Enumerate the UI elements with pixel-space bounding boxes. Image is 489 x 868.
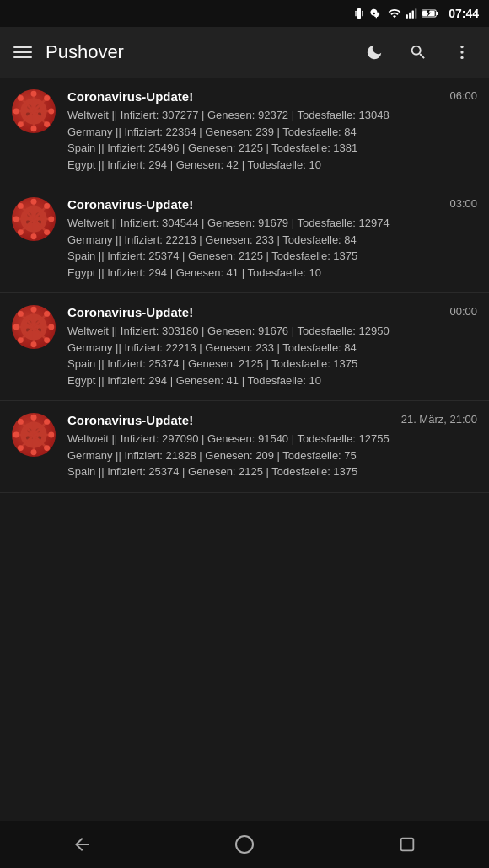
notification-title: Coronavirus-Update!: [67, 305, 193, 319]
svg-point-86: [31, 415, 37, 421]
app-title: Pushover: [46, 41, 347, 63]
svg-point-44: [31, 233, 37, 239]
svg-point-34: [44, 121, 50, 127]
notification-time: 21. März, 21:00: [401, 413, 477, 426]
notification-app-icon: [12, 305, 56, 349]
notification-app-icon: [12, 413, 56, 457]
search-button[interactable]: [405, 39, 432, 66]
svg-point-68: [13, 324, 19, 330]
notification-body: Weltweit || Infiziert: 304544 | Genesen:…: [67, 215, 477, 281]
moon-icon: [365, 43, 384, 62]
notification-body: Weltweit || Infiziert: 297090 | Genesen:…: [67, 431, 477, 480]
svg-rect-0: [357, 8, 361, 19]
virus-icon: [12, 413, 56, 457]
svg-point-32: [18, 121, 24, 127]
key-icon: [370, 7, 384, 20]
svg-point-64: [31, 307, 37, 313]
svg-rect-102: [401, 839, 414, 851]
notification-time: 00:00: [449, 305, 477, 318]
svg-point-12: [460, 56, 463, 59]
notification-item[interactable]: Coronavirus-Update!00:00Weltweit || Infi…: [0, 293, 489, 401]
svg-point-70: [48, 324, 54, 330]
more-options-icon: [453, 43, 471, 62]
virus-icon: [12, 305, 56, 349]
svg-point-30: [44, 95, 50, 101]
svg-rect-1: [356, 11, 357, 17]
signal-icon: [406, 7, 417, 20]
svg-point-74: [44, 311, 50, 317]
svg-rect-3: [406, 14, 408, 19]
wifi-icon: [388, 7, 401, 20]
svg-point-24: [13, 109, 19, 115]
night-mode-button[interactable]: [361, 39, 388, 66]
svg-point-28: [18, 95, 24, 101]
notification-body: Weltweit || Infiziert: 303180 | Genesen:…: [67, 323, 477, 388]
notification-header: Coronavirus-Update!06:00: [67, 89, 477, 104]
action-icons: [361, 39, 476, 66]
notification-body: Weltweit || Infiziert: 307277 | Genesen:…: [67, 107, 477, 173]
notification-time: 03:00: [449, 197, 477, 210]
battery-icon: [422, 7, 438, 20]
svg-point-90: [13, 432, 19, 438]
hamburger-menu[interactable]: [13, 46, 32, 58]
recents-icon: [398, 835, 416, 854]
status-time: 07:44: [449, 7, 479, 20]
notification-title: Coronavirus-Update!: [67, 89, 193, 104]
notification-header: Coronavirus-Update!00:00: [67, 305, 477, 319]
notification-item[interactable]: Coronavirus-Update!03:00Weltweit || Infi…: [0, 185, 489, 293]
svg-point-10: [460, 46, 463, 48]
svg-point-48: [48, 217, 54, 222]
svg-rect-8: [437, 12, 438, 15]
svg-point-11: [460, 51, 463, 53]
svg-rect-5: [412, 11, 414, 19]
search-icon: [409, 43, 427, 62]
notification-header: Coronavirus-Update!21. März, 21:00: [67, 413, 477, 427]
svg-rect-4: [409, 13, 411, 19]
notification-item[interactable]: Coronavirus-Update!06:00Weltweit || Infi…: [0, 78, 489, 185]
back-icon: [72, 834, 92, 855]
notification-list: Coronavirus-Update!06:00Weltweit || Infi…: [0, 78, 489, 821]
home-icon: [234, 834, 255, 855]
notification-content: Coronavirus-Update!06:00Weltweit || Infi…: [67, 89, 477, 173]
virus-icon: [12, 197, 56, 241]
back-button[interactable]: [56, 828, 107, 861]
notification-app-icon: [12, 89, 56, 133]
svg-rect-6: [415, 8, 416, 19]
status-icons: [352, 7, 438, 20]
notification-app-icon: [12, 197, 56, 241]
svg-point-66: [31, 341, 37, 347]
svg-point-88: [31, 449, 37, 455]
notification-title: Coronavirus-Update!: [67, 197, 193, 212]
svg-point-94: [18, 419, 24, 425]
notification-content: Coronavirus-Update!00:00Weltweit || Infi…: [67, 305, 477, 388]
notification-time: 06:00: [449, 89, 477, 102]
svg-point-26: [48, 109, 54, 115]
status-bar: 07:44: [0, 0, 489, 27]
svg-point-78: [44, 337, 50, 343]
svg-point-92: [48, 432, 54, 438]
svg-point-52: [44, 203, 50, 209]
svg-point-100: [44, 445, 50, 451]
svg-point-22: [31, 126, 37, 131]
svg-point-46: [13, 217, 19, 222]
more-options-button[interactable]: [449, 39, 476, 66]
svg-point-96: [44, 419, 50, 425]
svg-point-72: [18, 311, 24, 317]
app-bar: Pushover: [0, 27, 489, 78]
notification-item[interactable]: Coronavirus-Update!21. März, 21:00Weltwe…: [0, 401, 489, 493]
svg-point-101: [236, 836, 253, 853]
recents-button[interactable]: [382, 828, 433, 861]
svg-point-20: [31, 91, 37, 97]
notification-content: Coronavirus-Update!21. März, 21:00Weltwe…: [67, 413, 477, 480]
virus-icon: [12, 89, 56, 133]
svg-point-42: [31, 199, 37, 205]
svg-point-76: [18, 337, 24, 343]
svg-point-54: [18, 229, 24, 235]
svg-point-50: [18, 203, 24, 209]
vibrate-icon: [352, 7, 366, 20]
notification-content: Coronavirus-Update!03:00Weltweit || Infi…: [67, 197, 477, 281]
svg-point-56: [44, 229, 50, 235]
home-button[interactable]: [219, 828, 270, 861]
svg-rect-2: [363, 11, 363, 17]
bottom-nav: [0, 821, 489, 868]
